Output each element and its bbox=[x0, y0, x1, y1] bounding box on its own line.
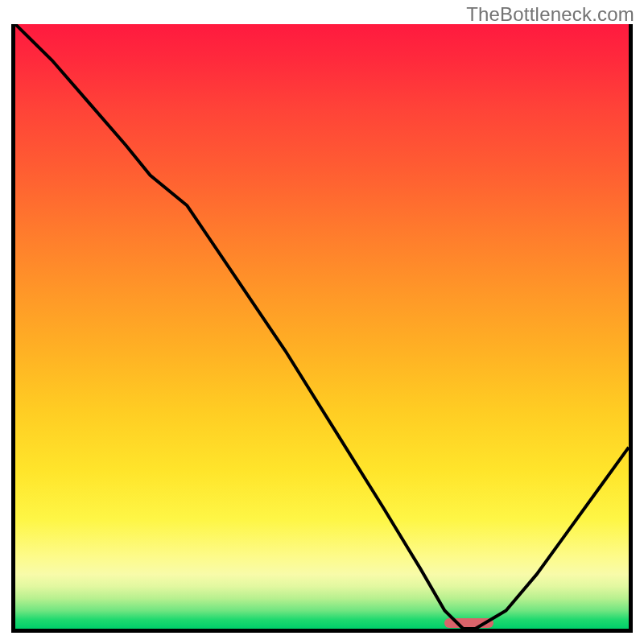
gradient-fill bbox=[15, 24, 629, 629]
watermark-text: TheBottleneck.com bbox=[466, 3, 634, 26]
optimal-marker bbox=[444, 618, 493, 628]
plot-area bbox=[11, 24, 633, 633]
chart-stage: TheBottleneck.com bbox=[0, 0, 644, 644]
